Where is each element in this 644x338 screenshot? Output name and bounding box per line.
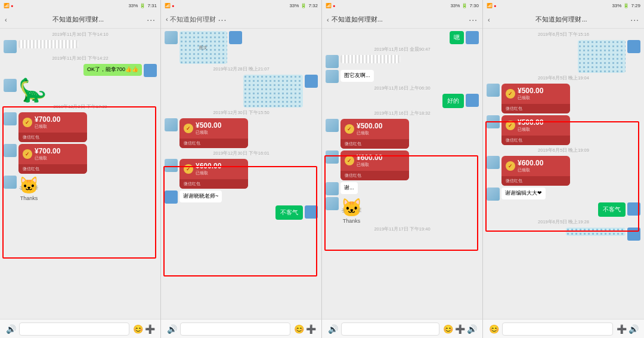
- ok-bubble-1: OK了，能拿700👍👍: [83, 64, 142, 76]
- status-right-2: 33% 🔋 7:32: [289, 3, 318, 8]
- rp-amount-1b: ¥700.00: [35, 147, 60, 155]
- time-2: 7:32: [308, 3, 318, 8]
- emoji-icon-1[interactable]: 😊: [132, 323, 144, 335]
- polka-bubble-2: [243, 75, 303, 107]
- redpacket-4c[interactable]: ✓ ¥600.00 已领取 微信红包: [501, 156, 570, 186]
- voice-icon-4[interactable]: 🔊: [627, 323, 639, 335]
- more-button-3[interactable]: ···: [469, 15, 478, 24]
- plus-icon-2[interactable]: ➕: [305, 323, 317, 335]
- chat-area-1: 2019年11月30日 下午14:10 2019年11月30日 下午14:22 …: [0, 29, 160, 319]
- emoji-icon-3[interactable]: 😊: [442, 323, 454, 335]
- avatar-4-r1: [627, 40, 640, 53]
- msg-row-ok-1: OK了，能拿700👍👍: [4, 64, 157, 77]
- redpacket-1b[interactable]: ✓ ¥700.00 已领取 微信红包: [18, 144, 87, 174]
- redpacket-1a[interactable]: ✓ ¥700.00 已领取 微信红包: [18, 112, 87, 142]
- haode-row-3: 好的: [326, 94, 479, 108]
- battery-icon-2: 🔋: [301, 3, 306, 8]
- ts-3-1: 2019年11月16日 金晨90:47: [326, 47, 479, 53]
- battery-icon-3: 🔋: [462, 3, 467, 8]
- signal-icon-4: ●: [494, 4, 496, 8]
- rp-footer-2a: 微信红包: [179, 139, 248, 148]
- redpacket-4a[interactable]: ✓ ¥500.00 已领取 微信红包: [501, 84, 570, 113]
- rp-check-2b: ✓: [184, 164, 193, 174]
- rp-footer-3a: 微信红包: [340, 139, 409, 149]
- plus-icon-4[interactable]: ➕: [615, 323, 627, 335]
- chat-area-4: 2019年6月5日 下午15:16 2019年6月5日 晚上19:04 ✓ ¥5…: [483, 29, 644, 319]
- xiexie-bubble-4: 谢谢编辑大大❤: [501, 188, 546, 199]
- voice-icon-1[interactable]: 🔊: [5, 323, 17, 335]
- back-button-1[interactable]: ‹: [5, 16, 7, 23]
- bukq-row-2: 不客气: [165, 205, 318, 220]
- sticker-row-1: 🦕: [4, 79, 157, 102]
- more-button-1[interactable]: ···: [147, 15, 156, 24]
- ne-row-3: 嗯: [326, 31, 479, 44]
- rp-check-4a: ✓: [506, 89, 515, 99]
- rp-text-2b: ¥600.00 已领取: [196, 162, 221, 176]
- rp-check-4c: ✓: [506, 161, 515, 171]
- rp-row-1a: ✓ ¥700.00 已领取 微信红包: [4, 112, 157, 142]
- voice-icon-3[interactable]: 🔊: [327, 323, 339, 335]
- rp-text-1a: ¥700.00 已领取: [35, 115, 60, 130]
- battery-pct-2: 33%: [289, 3, 299, 8]
- voice-icon-3b[interactable]: 🔊: [466, 323, 478, 335]
- ts-2-2: 2019年12月30日 下午15:50: [165, 110, 318, 116]
- panel-4: 📶 ● 33% 🔋 7:29 ‹ 不知道如何理财... ··· 2019年6月5…: [483, 0, 644, 338]
- rp-text-1b: ¥700.00 已领取: [35, 147, 60, 161]
- rp-row-4c: ✓ ¥600.00 已领取 微信红包: [487, 156, 640, 186]
- back-button-2[interactable]: ‹ 不知道如何理财: [166, 15, 216, 24]
- nav-bar-4: ‹ 不知道如何理财... ···: [483, 11, 644, 29]
- back-button-3[interactable]: ‹: [327, 16, 329, 23]
- avatar-2-2: [165, 118, 178, 131]
- rp-footer-1a: 微信红包: [18, 133, 87, 142]
- status-bar-3: 📶 ● 33% 🔋 7:30: [322, 0, 482, 11]
- redpacket-4b[interactable]: ✓ ¥500.00 已领取 微信红包: [501, 115, 570, 145]
- rp-amount-3a: ¥500.00: [357, 122, 382, 130]
- input-field-4[interactable]: [502, 322, 613, 336]
- bottom-bar-2: 🔊 😊 ➕: [161, 319, 321, 338]
- redpacket-3b[interactable]: ✓ ¥600.00 已领取 微信红包: [340, 150, 409, 180]
- input-field-2[interactable]: [180, 322, 290, 336]
- input-field-3[interactable]: [341, 322, 439, 336]
- avatar-3-l3: [326, 119, 339, 132]
- voice-icon-2[interactable]: 🔊: [166, 323, 178, 335]
- plus-icon-1[interactable]: ➕: [144, 323, 156, 335]
- ts-1-1: 2019年11月30日 下午14:10: [4, 32, 157, 38]
- redpacket-2a[interactable]: ✓ ¥500.00 已领取 微信红包: [179, 118, 248, 148]
- wifi-icon-4: 📶: [487, 3, 493, 8]
- input-field-1[interactable]: [19, 322, 129, 336]
- redpacket-3a[interactable]: ✓ ¥500.00 已领取 微信红包: [340, 119, 409, 149]
- avatar-3-l2: [326, 70, 339, 83]
- polka-blur-bubble-4: [566, 228, 626, 236]
- status-bar-1: 📶 ● 33% 🔋 7:31: [0, 0, 160, 11]
- nav-title-3: 不知道如何理财...: [332, 15, 469, 24]
- plus-icon-3[interactable]: ➕: [454, 323, 466, 335]
- wifi-icon-3: 📶: [326, 3, 332, 8]
- blurred-msg-1: [18, 40, 78, 48]
- avatar-4-r3: [627, 228, 640, 241]
- more-button-4[interactable]: ···: [630, 15, 639, 24]
- rp-amount-4a: ¥500.00: [518, 87, 543, 95]
- avatar-4-l1: [487, 84, 500, 97]
- bukq-bubble-4: 不客气: [598, 202, 626, 217]
- thanks-sticker-1: 🐱 Thanks: [18, 176, 39, 201]
- emoji-icon-2[interactable]: 😊: [293, 323, 305, 335]
- thanks-text-3: Thanks: [343, 218, 361, 224]
- battery-pct-3: 33%: [450, 3, 460, 8]
- ts-3-3: 2019年11月16日 上午18:32: [326, 110, 479, 116]
- redpacket-2b[interactable]: ✓ ¥600.00 已领取 微信红包: [179, 159, 248, 189]
- polka-bubble-4: [578, 40, 626, 73]
- panel-1: 📶 ● 33% 🔋 7:31 ‹ 不知道如何理财... ··· 2019年11月…: [0, 0, 161, 338]
- emoji-icon-4[interactable]: 😊: [488, 323, 500, 335]
- battery-pct-4: 33%: [612, 3, 621, 8]
- chat-area-3: 嗯 2019年11月16日 金晨90:47 图它友啊... 2019年11月16…: [322, 29, 482, 319]
- rp-amount-4b: ¥500.00: [518, 118, 543, 127]
- polka-msg-row-2: [165, 75, 318, 107]
- back-button-4[interactable]: ‹: [488, 16, 490, 23]
- main-container: 📶 ● 33% 🔋 7:31 ‹ 不知道如何理财... ··· 2019年11月…: [0, 0, 644, 338]
- more-button-2[interactable]: ···: [218, 15, 227, 24]
- rp-row-3b: ✓ ¥600.00 已领取 微信红包: [326, 150, 479, 180]
- nav-bar-3: ‹ 不知道如何理财... ···: [322, 11, 482, 29]
- rp-check-1b: ✓: [23, 149, 32, 159]
- rp-label-4a: 已领取: [518, 95, 543, 101]
- rp-label-2a: 已领取: [196, 130, 221, 136]
